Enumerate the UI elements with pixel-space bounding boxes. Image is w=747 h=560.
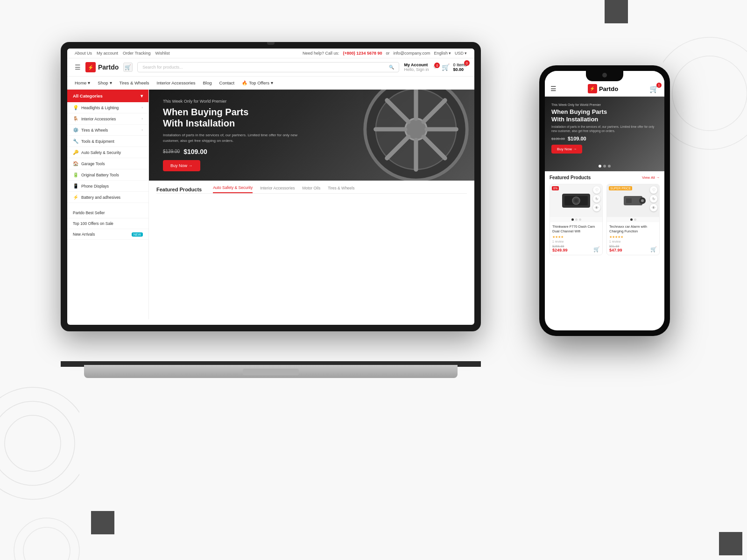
phone-prod-2-eye[interactable]: 👁 <box>650 204 657 211</box>
hamburger-menu[interactable]: ☰ <box>75 63 81 71</box>
phone-product-1-info: Thinkware F770 Dash Cam Dual Channel Wif… <box>550 222 602 255</box>
tires-icon: ⚙️ <box>73 127 78 133</box>
sidebar-item-phone[interactable]: 📱 Phone Displays <box>67 181 148 192</box>
sidebar-item-new-arrivals[interactable]: New Arrivals NEW <box>67 229 148 240</box>
sidebar-label-phone: Phone Displays <box>81 184 109 189</box>
header-right: My Account Hello, Sign in ♡ 0 🛒 0 0 Item… <box>404 63 467 72</box>
site-logo[interactable]: ⚡ Partdo <box>85 62 119 72</box>
phone-product-2-new-price: $47.99 <box>609 248 657 252</box>
logo-text: Partdo <box>98 63 119 71</box>
bg-rect-2 <box>91 511 114 534</box>
phone-product-1-cart[interactable]: 🛒 <box>593 246 600 252</box>
tab-auto-safety[interactable]: Auto Safety & Security <box>213 185 253 193</box>
phone-prod-2-refresh[interactable]: ↻ <box>650 195 657 203</box>
wishlist-button[interactable]: ♡ 0 <box>433 65 437 70</box>
topbar-about[interactable]: About Us <box>75 51 92 56</box>
sidebar-label-tires: Tires & Wheels <box>81 128 108 133</box>
sidebar-item-best-seller[interactable]: Partdo Best Seller <box>67 208 148 218</box>
topbar-account[interactable]: My account <box>97 51 118 56</box>
sidebar-item-top100[interactable]: Top 100 Offers on Sale <box>67 218 148 229</box>
phone-product-2-info: Technaxx car Alarm with Charging Functio… <box>607 222 659 255</box>
sidebar-item-tires[interactable]: ⚙️ Tires & Wheels › <box>67 125 148 136</box>
laptop-screen: About Us My account Order Tracking Wishl… <box>67 49 474 325</box>
car-alarm-icon <box>617 189 649 212</box>
phone-product-2-cart[interactable]: 🛒 <box>650 246 657 252</box>
search-placeholder: Search for products... <box>142 65 183 70</box>
wheel-illustration <box>362 90 470 181</box>
nav-home[interactable]: Home▾ <box>75 77 90 89</box>
mini-cart-icon[interactable]: 🛒 <box>123 63 133 72</box>
tab-motor-oils[interactable]: Motor Oils <box>302 186 320 193</box>
sidebar-arrow-2: › <box>141 117 143 121</box>
headlights-icon: 💡 <box>73 105 78 110</box>
phone-product-2-old-price: $51.99 <box>609 245 657 248</box>
sidebar-item-interior[interactable]: 🪑 Interior Accessories › <box>67 113 148 125</box>
svg-point-1 <box>0 401 75 485</box>
cart-badge: 0 <box>464 60 470 66</box>
sidebar-arrow: › <box>141 105 143 110</box>
sidebar-item-tools[interactable]: 🔧 Tools & Equipment <box>67 136 148 147</box>
phone-hero-cta[interactable]: Buy Now → <box>551 145 582 154</box>
phone-product-1-new-price: $249.99 <box>552 248 600 252</box>
sidebar-label-interior: Interior Accessories <box>81 117 116 121</box>
phone-prod-2-heart[interactable]: ♡ <box>650 186 657 194</box>
tab-tires-wheels[interactable]: Tires & Wheels <box>328 186 354 193</box>
battery-tools-icon: 🔋 <box>73 172 78 177</box>
sidebar-item-headlights[interactable]: 💡 Headlights & Lighting › <box>67 102 148 113</box>
phone-hero-banner: This Week Only for World Premier When Bu… <box>545 97 664 171</box>
phone-product-2-dots <box>607 217 659 222</box>
nav-shop[interactable]: Shop▾ <box>98 77 112 89</box>
account-button[interactable]: My Account Hello, Sign in <box>404 63 429 72</box>
phone-view-all[interactable]: View All → <box>642 175 660 180</box>
phone-featured-header: Featured Products View All → <box>550 175 660 180</box>
sidebar-item-battery-tools[interactable]: 🔋 Original Battery Tools <box>67 169 148 181</box>
nav-contact[interactable]: Contact <box>219 77 235 89</box>
svg-point-2 <box>5 415 61 471</box>
nav-top-offers[interactable]: 🔥 Top Offers ▾ <box>242 77 273 89</box>
sidebar-label-safety: Auto Safety & Security <box>81 150 121 155</box>
nav-tires[interactable]: Tires & Wheels <box>120 77 149 89</box>
phone-featured-title: Featured Products <box>550 175 591 180</box>
site-topbar: About Us My account Order Tracking Wishl… <box>67 49 474 58</box>
topbar-order[interactable]: Order Tracking <box>123 51 151 56</box>
nav-interior[interactable]: Interior Accessories <box>157 77 196 89</box>
site-sidebar: All Categories ▾ 💡 Headlights & Lighting… <box>67 90 149 319</box>
nav-blog[interactable]: Blog <box>203 77 212 89</box>
topbar-help: Need help? Call us: <box>303 51 339 56</box>
phone-product-1[interactable]: 8% ♡ ↻ 👁 <box>550 184 603 255</box>
phone-prod-1-eye[interactable]: 👁 <box>593 204 600 211</box>
tab-interior[interactable]: Interior Accessories <box>260 186 295 193</box>
sidebar-item-battery-adh[interactable]: ⚡ Battery and adhesives <box>67 192 148 203</box>
topbar-language[interactable]: English ▾ <box>434 51 451 56</box>
hero-cta-button[interactable]: Buy Now → <box>163 160 200 171</box>
sidebar-label-battery-adh: Battery and adhesives <box>81 195 120 200</box>
phone-prod-1-heart[interactable]: ♡ <box>593 186 600 194</box>
sidebar-item-garage[interactable]: 🏠 Garage Tools <box>67 158 148 169</box>
phone-product-2-stars: ★★★★★ <box>609 235 657 239</box>
phone-logo[interactable]: ⚡ Partdo <box>588 84 618 93</box>
phone-dot-3 <box>608 165 611 168</box>
safety-icon: 🔑 <box>73 150 78 155</box>
phone-product-1-dots <box>550 217 602 222</box>
phone-cart-button[interactable]: 🛒 1 <box>649 84 659 93</box>
sidebar-label-battery-tools: Original Battery Tools <box>81 173 119 177</box>
topbar-currency[interactable]: USD ▾ <box>455 51 467 56</box>
phone-product-2[interactable]: SUPER PRICE ♡ ↻ 👁 <box>606 184 660 255</box>
topbar-phone: (+800) 1234 5678 90 <box>343 51 382 56</box>
search-bar[interactable]: Search for products... 🔍 <box>137 62 399 72</box>
account-label: My Account <box>404 63 429 67</box>
svg-point-4 <box>672 56 747 131</box>
cart-button[interactable]: 🛒 0 0 Items $0.00 <box>442 63 467 72</box>
featured-title: Featured Products <box>156 187 202 192</box>
phone-screen: ☰ ⚡ Partdo 🛒 1 This Week Only for World … <box>545 71 664 330</box>
sidebar-item-safety[interactable]: 🔑 Auto Safety & Security <box>67 147 148 158</box>
phone-cart-badge: 1 <box>656 83 662 88</box>
cart-total: $0.00 <box>453 67 467 72</box>
phone-featured-section: Featured Products View All → 8% <box>545 171 664 257</box>
topbar-wishlist[interactable]: Wishlist <box>155 51 170 56</box>
sidebar-chevron: ▾ <box>141 93 143 98</box>
hero-new-price: $109.00 <box>183 148 207 155</box>
phone-prod-1-refresh[interactable]: ↻ <box>593 195 600 203</box>
sidebar-header[interactable]: All Categories ▾ <box>67 90 148 102</box>
phone-hamburger[interactable]: ☰ <box>550 85 557 92</box>
